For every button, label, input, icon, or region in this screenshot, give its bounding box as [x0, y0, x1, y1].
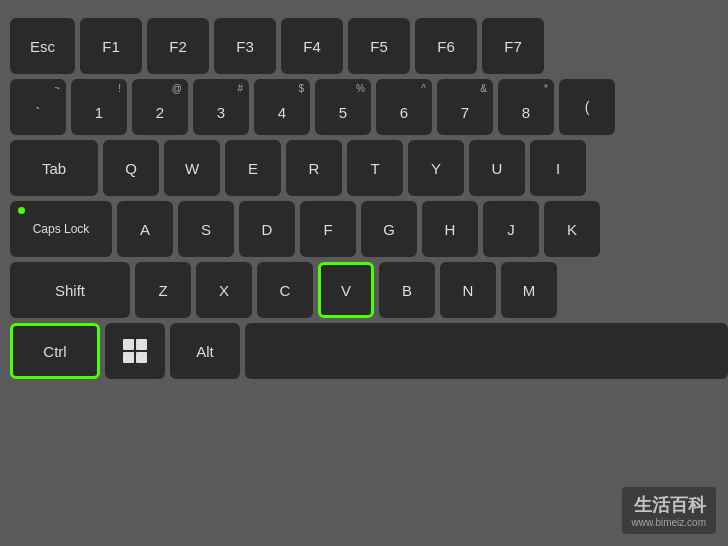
key-caps-lock[interactable]: Caps Lock	[10, 201, 112, 257]
key-r[interactable]: R	[286, 140, 342, 196]
svg-rect-3	[136, 352, 147, 363]
watermark-line2: www.bimeiz.com	[632, 517, 706, 528]
key-5[interactable]: % 5	[315, 79, 371, 135]
key-u[interactable]: U	[469, 140, 525, 196]
key-n[interactable]: N	[440, 262, 496, 318]
key-q[interactable]: Q	[103, 140, 159, 196]
key-9-paren[interactable]: (	[559, 79, 615, 135]
bottom-row: Ctrl Alt	[10, 323, 728, 379]
key-f6[interactable]: F6	[415, 18, 477, 74]
key-alt[interactable]: Alt	[170, 323, 240, 379]
windows-icon	[122, 338, 148, 364]
key-j[interactable]: J	[483, 201, 539, 257]
watermark: 生活百科 www.bimeiz.com	[622, 487, 716, 534]
qwerty-row: Tab Q W E R T Y U I	[10, 140, 728, 196]
number-row: ~ ` ! 1 @ 2 # 3 $ 4 % 5 ^ 6 & 7	[10, 79, 728, 135]
key-i[interactable]: I	[530, 140, 586, 196]
key-k[interactable]: K	[544, 201, 600, 257]
key-tab[interactable]: Tab	[10, 140, 98, 196]
keyboard-container: Esc F1 F2 F3 F4 F5 F6 F7 ~ ` ! 1 @ 2 # 3…	[0, 0, 728, 546]
key-s[interactable]: S	[178, 201, 234, 257]
key-a[interactable]: A	[117, 201, 173, 257]
key-y[interactable]: Y	[408, 140, 464, 196]
key-esc[interactable]: Esc	[10, 18, 75, 74]
asdf-row: Caps Lock A S D F G H J K	[10, 201, 728, 257]
key-c[interactable]: C	[257, 262, 313, 318]
key-ctrl[interactable]: Ctrl	[10, 323, 100, 379]
key-f5[interactable]: F5	[348, 18, 410, 74]
key-3[interactable]: # 3	[193, 79, 249, 135]
svg-rect-2	[123, 352, 134, 363]
key-f3[interactable]: F3	[214, 18, 276, 74]
key-6[interactable]: ^ 6	[376, 79, 432, 135]
key-z[interactable]: Z	[135, 262, 191, 318]
key-win[interactable]	[105, 323, 165, 379]
key-2[interactable]: @ 2	[132, 79, 188, 135]
key-t[interactable]: T	[347, 140, 403, 196]
key-e[interactable]: E	[225, 140, 281, 196]
key-b[interactable]: B	[379, 262, 435, 318]
key-f7[interactable]: F7	[482, 18, 544, 74]
key-h[interactable]: H	[422, 201, 478, 257]
key-w[interactable]: W	[164, 140, 220, 196]
key-f2[interactable]: F2	[147, 18, 209, 74]
key-f[interactable]: F	[300, 201, 356, 257]
key-4[interactable]: $ 4	[254, 79, 310, 135]
key-8[interactable]: * 8	[498, 79, 554, 135]
key-1[interactable]: ! 1	[71, 79, 127, 135]
key-g[interactable]: G	[361, 201, 417, 257]
svg-rect-1	[136, 339, 147, 350]
key-space[interactable]	[245, 323, 728, 379]
svg-rect-0	[123, 339, 134, 350]
key-v[interactable]: V	[318, 262, 374, 318]
watermark-line1: 生活百科	[632, 493, 706, 517]
fn-row: Esc F1 F2 F3 F4 F5 F6 F7	[10, 18, 728, 74]
key-shift[interactable]: Shift	[10, 262, 130, 318]
key-d[interactable]: D	[239, 201, 295, 257]
key-7[interactable]: & 7	[437, 79, 493, 135]
key-x[interactable]: X	[196, 262, 252, 318]
zxcv-row: Shift Z X C V B N M	[10, 262, 728, 318]
key-backtick[interactable]: ~ `	[10, 79, 66, 135]
key-f1[interactable]: F1	[80, 18, 142, 74]
key-m[interactable]: M	[501, 262, 557, 318]
key-f4[interactable]: F4	[281, 18, 343, 74]
